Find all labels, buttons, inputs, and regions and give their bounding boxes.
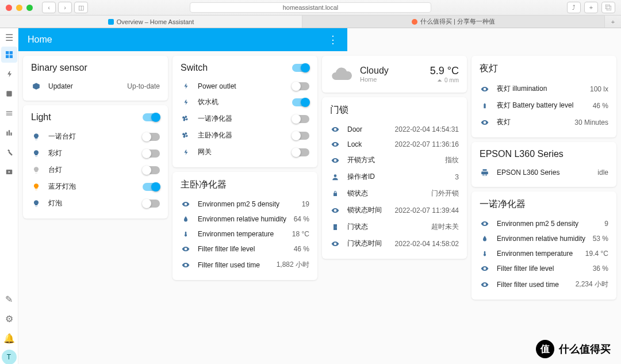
entity-row[interactable]: EPSON L360 Seriesidle bbox=[480, 165, 608, 180]
minimize-window[interactable] bbox=[16, 5, 22, 11]
sidebar-energy[interactable] bbox=[1, 66, 17, 82]
card-nightlight: 夜灯 夜灯 illumination100 lx夜灯 Battery batte… bbox=[471, 56, 616, 137]
card-title: 夜灯 bbox=[480, 63, 608, 75]
forward-button[interactable]: › bbox=[58, 2, 72, 13]
entity-row[interactable]: 主卧净化器 bbox=[181, 127, 309, 144]
entity-row[interactable]: 网关 bbox=[181, 144, 309, 160]
entity-row[interactable]: 夜灯 illumination100 lx bbox=[480, 81, 608, 97]
entity-row[interactable]: Filter filter used time2,234 小时 bbox=[480, 276, 608, 293]
entity-label: 灯泡 bbox=[48, 198, 136, 208]
tabs-row: Overview – Home Assistant 什么值得买 | 分享每一种值… bbox=[0, 15, 621, 28]
new-tab-button[interactable]: + bbox=[584, 2, 598, 13]
sidebar-toggle[interactable]: ◫ bbox=[74, 2, 88, 13]
back-button[interactable]: ‹ bbox=[42, 2, 56, 13]
entity-row[interactable]: Filter filter life level46 % bbox=[181, 242, 309, 256]
sidebar-dev-tools[interactable]: ✎ bbox=[1, 291, 17, 307]
entity-row[interactable]: 彩灯 bbox=[31, 145, 160, 162]
entity-toggle[interactable] bbox=[143, 183, 160, 191]
entity-row[interactable]: Environmen pm2 5 density9 bbox=[480, 216, 608, 231]
entity-label: 门状态时间 bbox=[347, 239, 388, 248]
entity-row[interactable]: Environmen temperature18 °C bbox=[181, 227, 309, 242]
entity-row[interactable]: 操作者ID3 bbox=[330, 168, 459, 185]
sidebar-media[interactable] bbox=[1, 164, 17, 180]
switch-master-toggle[interactable] bbox=[292, 64, 309, 72]
entity-toggle[interactable] bbox=[292, 132, 309, 140]
entity-row[interactable]: 夜灯 Battery battery level46 % bbox=[480, 97, 608, 114]
weather-condition: Cloudy bbox=[360, 66, 423, 76]
eye-icon bbox=[330, 206, 340, 214]
close-window[interactable] bbox=[6, 5, 12, 11]
card-title: 主卧净化器 bbox=[181, 179, 309, 191]
eye-icon bbox=[181, 261, 191, 269]
entity-label: Filter filter used time bbox=[198, 261, 270, 269]
entity-label: Environmen temperature bbox=[198, 230, 285, 238]
entity-row[interactable]: 门状态超时未关 bbox=[330, 219, 459, 235]
entity-row[interactable]: 蓝牙灯泡 bbox=[31, 178, 160, 195]
entity-row[interactable]: Filter filter life level36 % bbox=[480, 261, 608, 276]
entity-row[interactable]: 锁状态门外开锁 bbox=[330, 185, 459, 202]
avatar[interactable]: T bbox=[2, 350, 17, 364]
card-purifier-master: 主卧净化器 Environmen pm2 5 density19Environm… bbox=[172, 172, 317, 280]
entity-row[interactable]: Power outlet bbox=[181, 79, 309, 94]
entity-row[interactable]: Environmen temperature19.4 °C bbox=[480, 246, 608, 261]
entity-row[interactable]: 台灯 bbox=[31, 162, 160, 178]
sidebar-settings[interactable]: ⚙ bbox=[1, 311, 17, 327]
topbar: Home ⋮ bbox=[18, 28, 347, 51]
sidebar-history[interactable] bbox=[1, 125, 17, 141]
entity-row[interactable]: Environmen pm2 5 density19 bbox=[181, 197, 309, 212]
entity-value: 100 lx bbox=[590, 85, 608, 93]
entity-row[interactable]: Lock2022-02-07 11:36:16 bbox=[330, 137, 459, 152]
entity-row[interactable]: 开锁方式指纹 bbox=[330, 152, 459, 168]
entity-toggle[interactable] bbox=[292, 82, 309, 90]
entity-row[interactable]: Environmen relative humidity53 % bbox=[480, 231, 608, 246]
entity-label: Filter filter used time bbox=[497, 281, 569, 289]
sidebar-logbook[interactable] bbox=[1, 105, 17, 121]
entity-toggle[interactable] bbox=[143, 200, 160, 208]
sidebar-notifications[interactable]: 🔔 bbox=[1, 330, 17, 346]
tab-item[interactable]: 什么值得买 | 分享每一种值 bbox=[302, 16, 605, 28]
maximize-window[interactable] bbox=[26, 5, 33, 11]
entity-toggle[interactable] bbox=[143, 133, 160, 141]
entity-row[interactable]: Filter filter used time1,882 小时 bbox=[181, 256, 309, 273]
card-weather[interactable]: Cloudy Home 5.9 °C ⏶ 0 mm bbox=[322, 56, 467, 93]
sidebar-map[interactable] bbox=[1, 86, 17, 102]
bulb-icon bbox=[31, 133, 41, 141]
share-button[interactable]: ⤴ bbox=[567, 2, 581, 13]
entity-row[interactable]: Environmen relative humidity64 % bbox=[181, 212, 309, 227]
entity-toggle[interactable] bbox=[292, 115, 309, 123]
light-master-toggle[interactable] bbox=[143, 113, 160, 121]
entity-row[interactable]: 一诺台灯 bbox=[31, 128, 160, 145]
entity-row[interactable]: 灯泡 bbox=[31, 195, 160, 212]
tabs-button[interactable]: ⿻ bbox=[601, 2, 615, 13]
entity-value: 64 % bbox=[294, 215, 309, 223]
entity-toggle[interactable] bbox=[143, 166, 160, 174]
bulb-icon bbox=[31, 166, 41, 174]
entity-row[interactable]: 饮水机 bbox=[181, 94, 309, 110]
new-tab-plus[interactable]: + bbox=[605, 16, 621, 28]
url-bar[interactable]: homeassistant.local bbox=[190, 2, 431, 13]
svg-rect-3 bbox=[9, 55, 12, 58]
entity-row[interactable]: 夜灯30 Minutes bbox=[480, 114, 608, 131]
entity-toggle[interactable] bbox=[292, 148, 309, 156]
entity-row[interactable]: 一诺净化器 bbox=[181, 110, 309, 127]
hamburger-icon[interactable]: ☰ bbox=[3, 32, 15, 43]
entity-row[interactable]: Door2022-02-04 14:54:31 bbox=[330, 122, 459, 137]
sidebar-dashboard[interactable] bbox=[1, 47, 17, 63]
svg-point-9 bbox=[334, 174, 337, 177]
app: ☰ ✎ ⚙ 🔔 T Home ⋮ bbox=[0, 28, 621, 364]
entity-value: 19 bbox=[302, 200, 309, 208]
entity-toggle[interactable] bbox=[143, 150, 160, 158]
entity-row[interactable]: UpdaterUp-to-date bbox=[31, 79, 160, 94]
entity-label: 锁状态时间 bbox=[347, 205, 388, 215]
sidebar-tools[interactable] bbox=[1, 144, 17, 160]
svg-rect-4 bbox=[6, 91, 12, 96]
package-icon bbox=[31, 82, 41, 90]
tab-item[interactable]: Overview – Home Assistant bbox=[0, 16, 302, 28]
bulb-icon bbox=[31, 200, 41, 208]
kebab-menu-icon[interactable]: ⋮ bbox=[328, 33, 338, 46]
entity-row[interactable]: 门状态时间2022-02-04 14:58:02 bbox=[330, 235, 459, 252]
entity-toggle[interactable] bbox=[292, 98, 309, 106]
card-light: Light 一诺台灯彩灯台灯蓝牙灯泡灯泡 bbox=[23, 105, 168, 219]
entity-row[interactable]: 锁状态时间2022-02-07 11:39:44 bbox=[330, 202, 459, 219]
person-icon bbox=[330, 173, 340, 181]
